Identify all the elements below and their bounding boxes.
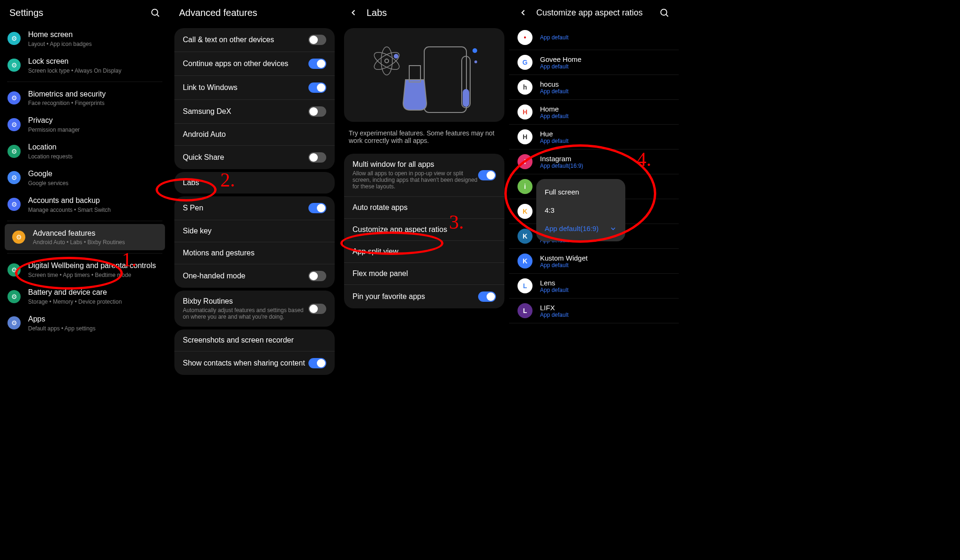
- feature-title: Samsung DeX: [183, 107, 308, 116]
- annotation-label-1: 1.: [122, 248, 137, 271]
- toggle[interactable]: [478, 291, 496, 302]
- feature-row[interactable]: Motions and gestures: [174, 242, 335, 264]
- app-icon: L: [518, 278, 532, 293]
- feature-row[interactable]: Call & text on other devices: [174, 28, 335, 52]
- labs-row[interactable]: App split view: [344, 241, 504, 263]
- app-sub: App default: [540, 287, 569, 293]
- settings-item-icon: ⚙: [8, 118, 21, 131]
- dropdown-option[interactable]: Full screen: [536, 183, 625, 201]
- app-icon: K: [518, 254, 532, 269]
- toggle[interactable]: [308, 35, 326, 45]
- settings-item[interactable]: ⚙ Battery and device care Storage • Memo…: [0, 283, 170, 310]
- settings-item-sub: Google services: [28, 180, 162, 187]
- search-icon[interactable]: [150, 7, 160, 18]
- settings-item[interactable]: ⚙ Digital Wellbeing and parental control…: [0, 256, 170, 283]
- svg-rect-2: [424, 47, 466, 112]
- app-row[interactable]: G Govee Home App default: [509, 50, 679, 75]
- feature-row[interactable]: Link to Windows: [174, 76, 335, 100]
- feature-row[interactable]: Screenshots and screen recorder: [174, 329, 335, 351]
- app-sub: App default: [540, 138, 569, 144]
- feature-title: Motions and gestures: [183, 249, 326, 257]
- page-title: Settings: [9, 7, 43, 18]
- svg-point-14: [661, 9, 667, 15]
- app-row[interactable]: L Lens App default: [509, 274, 679, 299]
- feature-row[interactable]: Quick Share: [174, 146, 335, 169]
- app-icon: h: [518, 80, 532, 95]
- feature-row[interactable]: One-handed mode: [174, 264, 335, 288]
- app-icon: I: [518, 154, 532, 169]
- toggle[interactable]: [308, 59, 326, 69]
- feature-title: Screenshots and screen recorder: [183, 336, 326, 344]
- settings-item-icon: ⚙: [8, 263, 21, 276]
- settings-item[interactable]: ⚙ Google Google services: [0, 164, 170, 191]
- toggle[interactable]: [308, 152, 326, 163]
- feature-title: Quick Share: [183, 153, 308, 162]
- feature-sub: Automatically adjust features and settin…: [183, 307, 308, 320]
- feature-row[interactable]: Side key: [174, 220, 335, 242]
- settings-item[interactable]: ⚙ Accounts and backup Manage accounts • …: [0, 191, 170, 218]
- app-row[interactable]: L LIFX App default: [509, 299, 679, 323]
- feature-row[interactable]: Continue apps on other devices: [174, 52, 335, 76]
- toggle[interactable]: [308, 106, 326, 117]
- back-icon[interactable]: [518, 8, 528, 17]
- app-icon: •: [518, 30, 532, 45]
- settings-item[interactable]: ⚙ Apps Default apps • App settings: [0, 310, 170, 336]
- settings-item[interactable]: ⚙ Home screen Layout • App icon badges: [0, 25, 170, 52]
- aspect-dropdown[interactable]: Full screen4:3App default(16:9): [536, 179, 625, 241]
- labs-row[interactable]: Auto rotate apps: [344, 197, 504, 219]
- app-row[interactable]: • App default: [509, 25, 679, 50]
- feature-row[interactable]: Samsung DeX: [174, 100, 335, 124]
- settings-item[interactable]: ⚙ Lock screen Screen lock type • Always …: [0, 52, 170, 79]
- toggle[interactable]: [478, 170, 496, 180]
- dropdown-option[interactable]: 4:3: [536, 201, 625, 219]
- dropdown-option[interactable]: App default(16:9): [536, 219, 625, 238]
- settings-item[interactable]: ⚙ Advanced features Android Auto • Labs …: [5, 224, 165, 251]
- settings-item[interactable]: ⚙ Biometrics and security Face recogniti…: [0, 85, 170, 112]
- labs-row[interactable]: Multi window for all appsAllow all apps …: [344, 154, 504, 197]
- svg-point-6: [385, 59, 389, 63]
- app-row[interactable]: H Hue App default: [509, 125, 679, 149]
- feature-row[interactable]: Android Auto: [174, 124, 335, 146]
- app-row[interactable]: h hocus App default: [509, 75, 679, 100]
- feature-row[interactable]: Show contacts when sharing content: [174, 351, 335, 375]
- labs-row[interactable]: Pin your favorite apps: [344, 285, 504, 308]
- toggle[interactable]: [308, 358, 326, 368]
- feature-row[interactable]: Bixby RoutinesAutomatically adjust featu…: [174, 291, 335, 327]
- toggle[interactable]: [308, 304, 326, 314]
- svg-rect-4: [463, 89, 469, 107]
- feature-title: S Pen: [183, 204, 308, 212]
- feature-row[interactable]: S Pen: [174, 196, 335, 220]
- page-title: Customize app aspect ratios: [536, 8, 643, 18]
- settings-item-icon: ⚙: [8, 198, 21, 211]
- app-icon: H: [518, 105, 532, 119]
- toggle[interactable]: [308, 82, 326, 93]
- app-icon: K: [518, 204, 532, 219]
- page-title: Advanced features: [179, 7, 257, 18]
- search-icon[interactable]: [659, 7, 669, 18]
- toggle[interactable]: [308, 203, 326, 213]
- svg-point-12: [472, 48, 477, 53]
- settings-item-sub: Android Auto • Labs • Bixby Routines: [33, 239, 158, 246]
- feature-row[interactable]: Labs: [174, 172, 335, 194]
- feature-title: Call & text on other devices: [183, 36, 308, 44]
- settings-item-title: Accounts and backup: [28, 196, 162, 206]
- back-icon[interactable]: [349, 8, 358, 17]
- settings-item-sub: Storage • Memory • Device protection: [28, 299, 162, 305]
- app-row[interactable]: K Kustom Widget App default: [509, 249, 679, 274]
- page-title: Labs: [367, 7, 387, 18]
- settings-item-title: Advanced features: [33, 229, 158, 239]
- feature-title: Link to Windows: [183, 83, 308, 92]
- labs-row[interactable]: Customize app aspect ratios: [344, 219, 504, 241]
- app-icon: H: [518, 129, 532, 144]
- app-icon: i: [518, 179, 532, 194]
- settings-item[interactable]: ⚙ Privacy Permission manager: [0, 111, 170, 138]
- app-sub: App default(16:9): [540, 163, 583, 169]
- toggle[interactable]: [308, 271, 326, 281]
- labs-header: Labs: [339, 0, 509, 25]
- labs-row[interactable]: Flex mode panel: [344, 263, 504, 285]
- settings-item-sub: Manage accounts • Smart Switch: [28, 207, 162, 213]
- annotation-label-2: 2.: [220, 169, 235, 191]
- app-row[interactable]: I Instagram App default(16:9): [509, 149, 679, 174]
- settings-item[interactable]: ⚙ Location Location requests: [0, 138, 170, 164]
- app-row[interactable]: H Home App default: [509, 100, 679, 125]
